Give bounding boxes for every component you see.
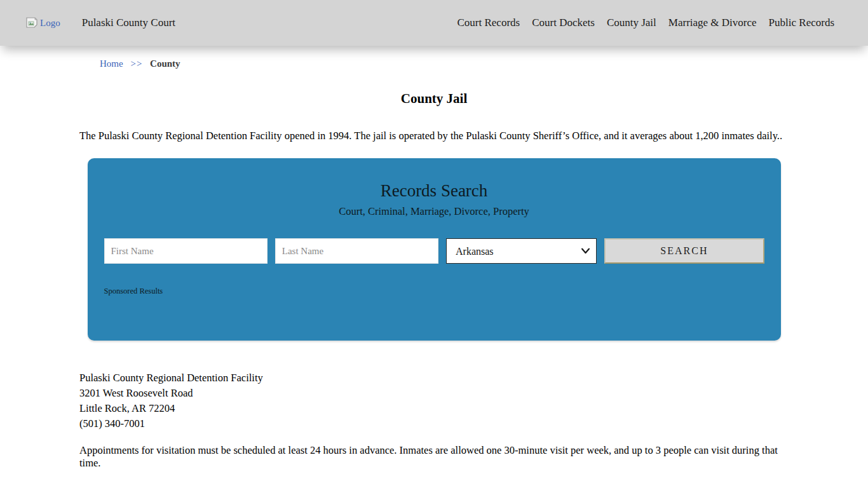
last-name-input[interactable]	[275, 238, 438, 264]
visitation-schedule: Last Names A-M Monday, Saturday 9 am – 7…	[79, 485, 789, 488]
content-container: Home >> County County Jail The Pulaski C…	[79, 58, 789, 488]
nav-item-court-records[interactable]: Court Records	[458, 17, 520, 29]
page-title: County Jail	[79, 91, 789, 107]
search-panel-title: Records Search	[104, 181, 764, 201]
sponsored-results-label: Sponsored Results	[104, 287, 764, 296]
logo-alt-text: Logo	[40, 18, 60, 29]
logo-link[interactable]: Logo	[25, 17, 60, 29]
search-button[interactable]: SEARCH	[604, 238, 764, 264]
breadcrumb-current: County	[150, 58, 180, 69]
main-nav: Court Records Court Dockets County Jail …	[445, 17, 834, 29]
facility-info: Pulaski County Regional Detention Facili…	[79, 370, 789, 431]
facility-city-state-zip: Little Rock, AR 72204	[79, 401, 789, 416]
nav-item-court-dockets[interactable]: Court Dockets	[532, 17, 595, 29]
search-panel-subtitle: Court, Criminal, Marriage, Divorce, Prop…	[104, 205, 764, 218]
records-search-panel: Records Search Court, Criminal, Marriage…	[88, 158, 781, 341]
breadcrumb-separator: >>	[130, 58, 142, 69]
facility-phone: (501) 340-7001	[79, 416, 789, 431]
intro-paragraph: The Pulaski County Regional Detention Fa…	[79, 130, 789, 142]
facility-street: 3201 West Roosevelt Road	[79, 386, 789, 401]
nav-item-marriage-divorce[interactable]: Marriage & Divorce	[668, 17, 757, 29]
site-title: Pulaski County Court	[82, 17, 175, 29]
nav-item-county-jail[interactable]: County Jail	[607, 17, 656, 29]
breadcrumb-home-link[interactable]: Home	[100, 58, 123, 69]
search-form-row: Arkansas SEARCH	[104, 238, 764, 264]
state-select[interactable]: Arkansas	[447, 239, 596, 263]
facility-name: Pulaski County Regional Detention Facili…	[79, 370, 789, 386]
visitation-policy: Appointments for visitation must be sche…	[79, 444, 789, 470]
site-header: Logo Pulaski County Court Court Records …	[0, 0, 868, 46]
first-name-input[interactable]	[104, 238, 268, 264]
breadcrumb: Home >> County	[100, 58, 789, 69]
state-select-wrap: Arkansas	[446, 238, 597, 264]
broken-image-icon	[25, 17, 38, 29]
nav-item-public-records[interactable]: Public Records	[769, 17, 834, 29]
schedule-line-am: Last Names A-M Monday, Saturday 9 am – 7…	[79, 485, 789, 488]
